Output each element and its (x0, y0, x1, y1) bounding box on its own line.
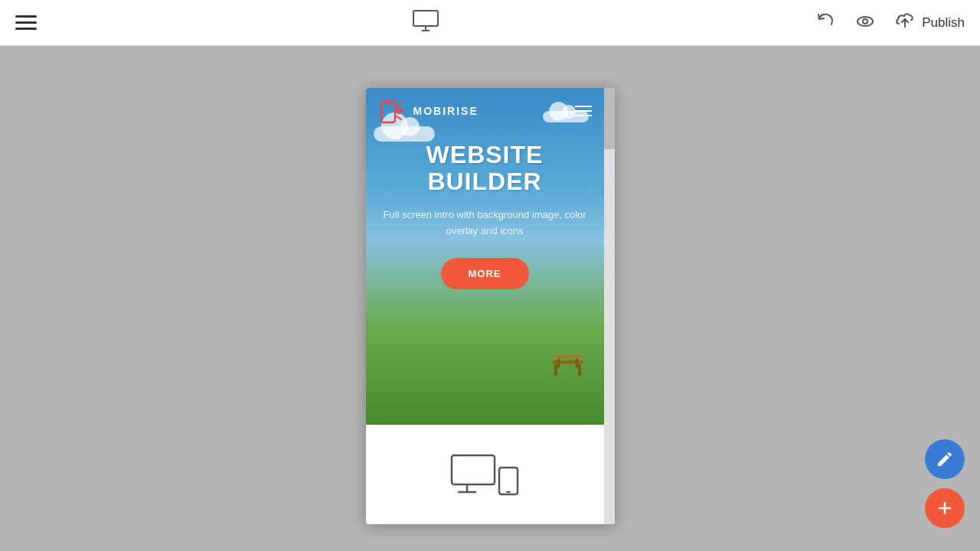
hero-more-button[interactable]: MORE (441, 258, 529, 289)
preview-inner: WEBSITE BUILDER Full screen intro with b… (366, 88, 604, 524)
svg-rect-6 (552, 360, 583, 364)
toolbar-left (15, 15, 37, 30)
toolbar-right: Publish (815, 10, 965, 35)
hero-section: WEBSITE BUILDER Full screen intro with b… (366, 88, 604, 425)
svg-rect-0 (413, 11, 438, 26)
preview-logo-text: MOBIRISE (413, 105, 479, 117)
add-plus-icon (936, 499, 954, 517)
hero-title: WEBSITE BUILDER (381, 142, 589, 195)
publish-button[interactable]: Publish (894, 10, 965, 35)
toolbar-center (410, 6, 441, 40)
preview-scrollbar-thumb (604, 88, 615, 149)
eye-icon[interactable] (854, 11, 876, 35)
fab-edit-button[interactable] (925, 439, 965, 479)
mobile-preview-frame: WEBSITE BUILDER Full screen intro with b… (366, 88, 615, 524)
monitor-icon[interactable] (410, 6, 441, 40)
publish-label: Publish (922, 15, 965, 31)
svg-rect-15 (452, 455, 495, 484)
edit-pencil-icon (936, 450, 954, 468)
svg-rect-13 (385, 103, 391, 104)
svg-point-4 (863, 19, 867, 24)
device-bottom-icon (450, 454, 519, 496)
svg-rect-12 (381, 101, 395, 122)
hero-subtitle: Full screen intro with background image,… (381, 207, 589, 240)
preview-logo: MOBIRISE (378, 96, 479, 126)
svg-rect-9 (578, 364, 581, 376)
preview-scrollbar[interactable] (604, 88, 615, 524)
svg-rect-11 (575, 358, 578, 367)
svg-rect-18 (499, 468, 518, 494)
undo-icon[interactable] (815, 11, 836, 35)
publish-cloud-icon (894, 10, 916, 35)
canvas-area: WEBSITE BUILDER Full screen intro with b… (0, 46, 980, 551)
preview-hamburger-icon[interactable] (575, 106, 592, 116)
bench-icon (547, 348, 589, 379)
svg-rect-10 (557, 358, 560, 367)
hamburger-menu-icon[interactable] (15, 15, 37, 30)
fab-container (925, 439, 965, 528)
toolbar: Publish (0, 0, 980, 46)
hero-overlay: WEBSITE BUILDER Full screen intro with b… (366, 142, 604, 289)
preview-bottom-section (366, 425, 604, 524)
fab-add-button[interactable] (925, 488, 965, 528)
mobirise-logo-icon (378, 96, 407, 126)
svg-rect-7 (552, 355, 583, 358)
preview-navbar: MOBIRISE (366, 88, 604, 134)
svg-point-3 (858, 17, 873, 26)
svg-rect-8 (554, 364, 557, 376)
